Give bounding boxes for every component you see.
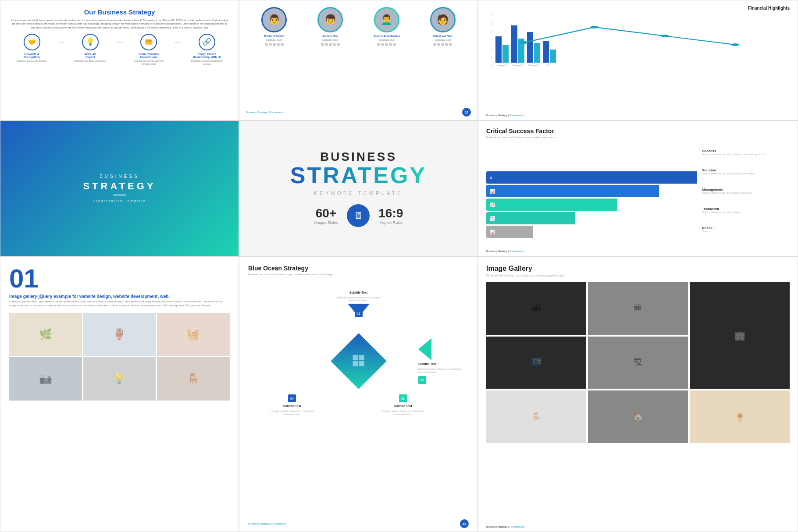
slide-business-strategy: Our Business Strategy Contrary to popula… (0, 0, 239, 121)
photo-grid: 🌿 🏺 🧺 📷 💡 🪑 (9, 313, 230, 401)
footer-label: Business Strategy (486, 114, 507, 117)
critical-title: Critical Success Factor (486, 128, 790, 135)
legend-research-name: Resea... (702, 226, 790, 230)
team-row: 👨 Michael Smith Company CEO 👦 James Niki… (246, 7, 471, 46)
footer-link: Presentation (509, 250, 524, 252)
blue-ocean-subtitle: Hi there! Let me know if you have any pr… (248, 273, 469, 276)
social-dot (449, 43, 452, 46)
presentation-icon: 🖥 (347, 204, 370, 227)
y-axis: 6 5 4 3 2 1 0 (491, 14, 492, 67)
financial-chart: 6 5 4 3 2 1 0 Category 1 (486, 14, 790, 67)
gal-emoji: 🏢 (734, 330, 745, 341)
cat-label-4: Ca... (543, 64, 556, 67)
member3-title: Company CEO (378, 39, 395, 41)
stair-success: ≡ (486, 171, 697, 184)
member1-name: Michael Smith (264, 35, 285, 38)
staircase: ≡ 📊 📈 📉 📊 (486, 143, 697, 239)
connections-label: Form PowerfulConnections (139, 53, 159, 59)
svg-rect-7 (359, 361, 364, 366)
social-dot (329, 43, 332, 46)
slide-financial: Financial Highlights 6 5 4 3 2 1 0 Categ… (478, 0, 798, 121)
legend-teamwork: Teamwork Using a simple syntax, all you … (702, 207, 790, 214)
legend-solution-name: Solution (702, 168, 790, 172)
rewards-desc: Exclusive access and benefits (17, 60, 46, 63)
relationship-desc: Direct line of communication with our te… (189, 60, 224, 66)
connector-1 (58, 42, 64, 43)
social-dot (325, 43, 328, 46)
legend-teamwork-name: Teamwork (702, 207, 790, 211)
gal-7: 🏠 (588, 390, 688, 443)
icon-connections: 🤲 Form PowerfulConnections Connect and n… (131, 34, 166, 66)
badge-03: 03 (399, 394, 407, 402)
gal-8: 🌻 (690, 390, 790, 443)
solution-icon: 📊 (490, 189, 495, 194)
bar-teal (534, 43, 540, 63)
slide6-footer: Business Strategy | Presentation (486, 250, 524, 252)
slides-count: 60+ (314, 206, 338, 220)
impact-desc: Help Grow our Business together (74, 60, 107, 63)
icon-rewards: 🤝 Rewards &Recognition Exclusive access … (14, 34, 50, 63)
gallery-body: Contrary to popular belief, Lorem Ipsum … (9, 300, 230, 308)
photo-2: 🏺 (83, 313, 156, 356)
legend-success-desc: Using a simple syntax, all you have to d… (702, 153, 790, 156)
social-dot (393, 43, 396, 46)
quadrant-bottom-left: 04 Subtitle Text Hampden-Sydney College … (270, 394, 314, 416)
avatar-parseval: 🧑 (430, 7, 456, 32)
member4-social (433, 43, 452, 46)
footer-link: Presentation (271, 522, 286, 525)
qr-desc: Hampden-Sydney College in a it's that gr… (418, 368, 462, 374)
photo-4: 📷 (9, 357, 82, 401)
bar-group (511, 25, 524, 63)
legend-research: Resea... Using a (702, 226, 790, 234)
bar-teal (518, 39, 524, 63)
photo-emoji: 🪑 (187, 372, 200, 385)
y-label: 1 (491, 56, 492, 58)
photo-6: 🪑 (157, 357, 230, 401)
qr-label: Subtitle Text (418, 362, 436, 365)
svg-rect-4 (353, 355, 358, 360)
gal-1: 🏙 (486, 282, 586, 335)
slide-image-gallery-left: 01 image gallery jQuery example for webs… (0, 256, 239, 532)
social-dot (321, 43, 324, 46)
management-icon: 📈 (490, 202, 495, 207)
cat-group-4: Ca... (543, 41, 556, 67)
cover-strat-label: STRATEGY (83, 181, 156, 192)
ratio-value: 16:9 (378, 206, 403, 220)
cat-label-1: Category 1 (495, 64, 509, 67)
gallery-title: image gallery jQuery example for website… (9, 294, 230, 299)
stats-row: 60+ Unique Slides 🖥 16:9 Aspect Ratio (314, 204, 403, 227)
main-biz-label: BUSINESS (320, 150, 397, 164)
member2-social (321, 43, 340, 46)
bar-group (543, 41, 556, 63)
quadrant-bottom-right: 03 Subtitle Text Hampden-Sydney College … (381, 394, 425, 416)
badge-01: 01 (355, 309, 363, 317)
social-dot (333, 43, 336, 46)
qbl-desc: Hampden-Sydney College in a it's that gr… (270, 410, 314, 416)
bar-teal (502, 45, 509, 63)
footer-label: Business Strategy (486, 525, 507, 528)
stair-management: 📈 (486, 199, 697, 211)
social-dot (437, 43, 440, 46)
connections-desc: Connect and network with Like minded peo… (131, 60, 166, 66)
qt-desc: Hampden-Sydney College in a it's that gr… (337, 296, 381, 301)
social-dot (269, 43, 272, 46)
social-dot (433, 43, 436, 46)
stair-fill-research: 📊 (486, 226, 533, 238)
y-label: 0 (491, 64, 492, 67)
slide-main-cover: BUSINESS STRATEGY KEYNOTE TEMPLATE 60+ U… (239, 121, 478, 256)
gal-emoji: 🏙 (532, 303, 541, 313)
member-4: 🧑 Parseval Niki Company CEO (423, 7, 463, 46)
member2-title: Company CEO (322, 39, 338, 41)
stair-fill-management: 📈 (486, 199, 617, 211)
footer-label: Business Strategy (486, 250, 507, 252)
social-dot (377, 43, 380, 46)
badge-04: 04 (288, 394, 296, 402)
y-label: 4 (491, 31, 492, 33)
member3-name: James Anastasios (373, 35, 400, 38)
relationship-icon: 🔗 (199, 34, 215, 50)
connector-3 (175, 42, 181, 43)
bar-group (527, 32, 540, 63)
gal-emoji: 🌃 (531, 357, 542, 368)
slide-blue-ocean: Blue Ocean Strategy Hi there! Let me kno… (239, 256, 478, 532)
bar-blue (527, 32, 533, 63)
